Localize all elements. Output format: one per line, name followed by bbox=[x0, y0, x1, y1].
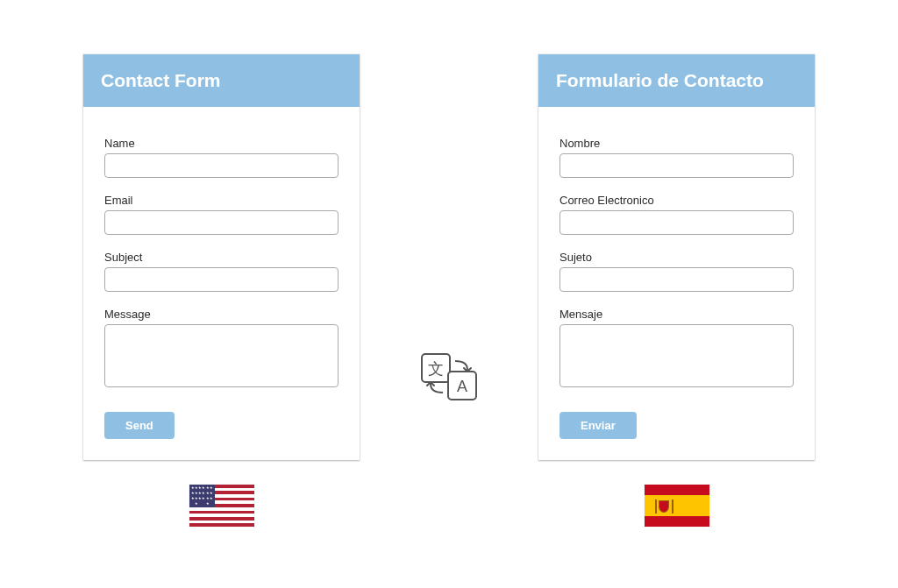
message-label: Message bbox=[104, 308, 339, 321]
card-title: Formulario de Contacto bbox=[556, 70, 797, 91]
subject-input[interactable] bbox=[104, 267, 339, 292]
message-textarea[interactable] bbox=[559, 324, 794, 387]
svg-text:文: 文 bbox=[428, 360, 444, 378]
email-input[interactable] bbox=[559, 210, 794, 235]
message-textarea[interactable] bbox=[104, 324, 339, 387]
spanish-column: Formulario de Contacto Nombre Correo Ele… bbox=[538, 54, 815, 527]
email-label: Email bbox=[104, 194, 339, 207]
name-label: Nombre bbox=[559, 137, 794, 150]
card-body: Name Email Subject Message Send bbox=[83, 107, 360, 460]
subject-label: Sujeto bbox=[559, 251, 794, 264]
card-header: Contact Form bbox=[83, 54, 360, 107]
email-label: Correo Electronico bbox=[559, 194, 794, 207]
send-button[interactable]: Send bbox=[104, 412, 175, 439]
card-header: Formulario de Contacto bbox=[538, 54, 815, 107]
contact-form-card-es: Formulario de Contacto Nombre Correo Ele… bbox=[538, 54, 815, 460]
svg-text:A: A bbox=[457, 378, 467, 395]
english-column: Contact Form Name Email Subject Message bbox=[83, 54, 360, 527]
name-input[interactable] bbox=[559, 153, 794, 178]
card-body: Nombre Correo Electronico Sujeto Mensaje… bbox=[538, 107, 815, 460]
email-input[interactable] bbox=[104, 210, 339, 235]
send-button[interactable]: Enviar bbox=[559, 412, 637, 439]
contact-form-card-en: Contact Form Name Email Subject Message bbox=[83, 54, 360, 460]
translate-icon: 文 A bbox=[418, 351, 480, 407]
subject-label: Subject bbox=[104, 251, 339, 264]
name-label: Name bbox=[104, 137, 339, 150]
card-title: Contact Form bbox=[101, 70, 342, 91]
subject-input[interactable] bbox=[559, 267, 794, 292]
name-input[interactable] bbox=[104, 153, 339, 178]
spain-flag-icon bbox=[645, 485, 709, 527]
message-label: Mensaje bbox=[559, 308, 794, 321]
usa-flag-icon: ★★★★★ ★★★★★ ★★★★★ ★★★★★ bbox=[189, 485, 254, 527]
